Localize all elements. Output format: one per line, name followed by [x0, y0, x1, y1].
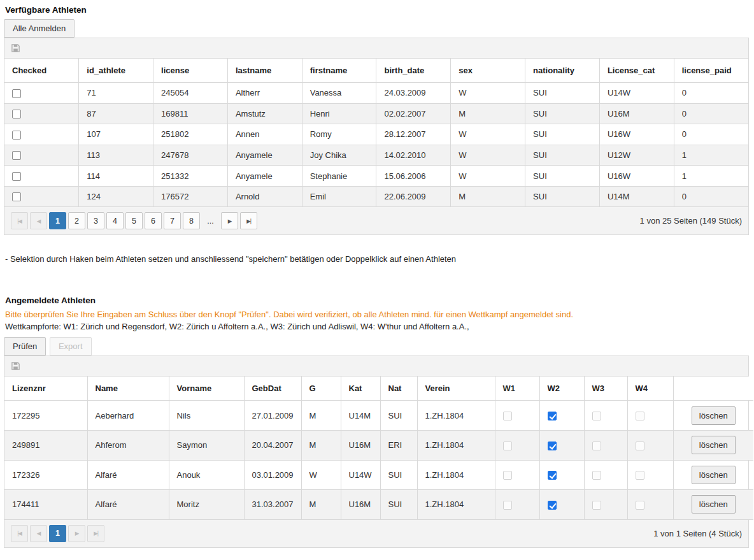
row-select-checkbox[interactable] — [12, 131, 21, 140]
w3-checkbox[interactable] — [592, 442, 601, 450]
athlete-row[interactable]: 107 251802 Annen Romy 28.12.2007 W SUI U… — [4, 124, 748, 145]
cell-sex: W — [451, 166, 525, 187]
row-select-checkbox[interactable] — [12, 151, 21, 160]
pager-page-button[interactable]: ... — [202, 212, 219, 229]
cell-nationality: SUI — [525, 166, 600, 187]
pager-prev-button[interactable]: ◀ — [30, 525, 47, 542]
registered-athlete-row[interactable]: 172295 Aeberhard Nils 27.01.2009 M U14M … — [4, 401, 753, 431]
w2-checkbox[interactable] — [548, 442, 557, 450]
w1-checkbox[interactable] — [503, 501, 512, 510]
cell-birth-date: 15.06.2006 — [376, 166, 451, 187]
cell-kat: U16M — [341, 430, 380, 460]
cell-birth-date: 24.03.2009 — [376, 83, 451, 104]
cell-sex: W — [451, 83, 525, 104]
w1-checkbox[interactable] — [503, 471, 512, 480]
cell-firstname: Romy — [302, 124, 376, 145]
registered-athlete-row[interactable]: 174411 Alfaré Moritz 31.03.2007 M U16M S… — [4, 490, 753, 520]
pager-first-button[interactable]: |◀ — [11, 525, 28, 542]
cell-vorname: Saymon — [169, 430, 244, 460]
pager-first-button[interactable]: |◀ — [11, 212, 28, 229]
available-grid-toolbar — [4, 38, 748, 59]
w3-checkbox[interactable] — [592, 501, 601, 510]
pager-page-button[interactable]: 1 — [49, 525, 66, 542]
save-button[interactable] — [11, 43, 20, 53]
column-header: Vorname — [169, 377, 244, 401]
cell-sex: W — [451, 124, 525, 145]
pager-prev-button[interactable]: ◀ — [30, 212, 47, 229]
cell-w1 — [495, 401, 539, 431]
cell-birth-date: 28.12.2007 — [376, 124, 451, 145]
w3-checkbox[interactable] — [592, 412, 601, 420]
cell-firstname: Vanessa — [302, 83, 376, 104]
row-select-checkbox[interactable] — [12, 89, 21, 98]
available-athletes-grid: Checked id_athlete license lastname firs… — [4, 38, 749, 235]
w2-checkbox[interactable] — [548, 501, 557, 510]
w3-checkbox[interactable] — [592, 471, 601, 480]
registered-athlete-row[interactable]: 249891 Ahferom Saymon 20.04.2007 M U16M … — [4, 430, 753, 460]
pager-page-button[interactable]: 1 — [49, 212, 66, 229]
w4-checkbox[interactable] — [636, 471, 644, 480]
row-select-checkbox[interactable] — [12, 192, 21, 201]
delete-button[interactable]: löschen — [692, 406, 736, 425]
row-select-checkbox[interactable] — [12, 172, 21, 181]
pager-next-button[interactable]: ▶ — [68, 525, 85, 542]
athlete-row[interactable]: 71 245054 Altherr Vanessa 24.03.2009 W S… — [4, 83, 748, 104]
cell-action: löschen — [673, 430, 753, 460]
column-header: birth_date — [376, 59, 451, 83]
cell-id-athlete: 124 — [79, 186, 153, 207]
pager-last-button[interactable]: ▶| — [240, 212, 257, 229]
cell-sex: M — [451, 103, 525, 124]
delete-button[interactable]: löschen — [692, 436, 736, 454]
w4-checkbox[interactable] — [636, 442, 644, 450]
available-athletes-title: Verfügbare Athleten — [5, 5, 749, 15]
export-button[interactable]: Export — [50, 337, 92, 355]
w1-checkbox[interactable] — [503, 412, 512, 420]
pager-page-button[interactable]: 6 — [145, 212, 162, 229]
delete-button[interactable]: löschen — [692, 495, 736, 513]
cell-verein: 1.ZH.1804 — [417, 490, 495, 520]
column-header: lastname — [227, 59, 302, 83]
row-select-checkbox[interactable] — [12, 110, 21, 118]
w4-checkbox[interactable] — [636, 412, 644, 420]
cell-id-athlete: 71 — [79, 83, 153, 104]
check-button[interactable]: Prüfen — [4, 337, 46, 355]
available-athletes-table: Checked id_athlete license lastname firs… — [4, 59, 748, 207]
pager-page-button[interactable]: 2 — [68, 212, 85, 229]
cell-id-athlete: 114 — [79, 166, 153, 187]
athlete-row[interactable]: 124 176572 Arnold Emil 22.06.2009 M SUI … — [4, 186, 748, 207]
cell-license-cat: U16W — [599, 124, 674, 145]
delete-button[interactable]: löschen — [692, 466, 736, 484]
cell-w4 — [627, 490, 673, 520]
venues-text: Wettkampforte: W1: Zürich und Regensdorf… — [5, 322, 749, 331]
cell-id-athlete: 87 — [79, 103, 153, 124]
w1-checkbox[interactable] — [503, 442, 512, 450]
pager-last-button[interactable]: ▶| — [87, 525, 104, 542]
register-all-button[interactable]: Alle Anmelden — [4, 19, 75, 38]
pager-page-button[interactable]: 7 — [164, 212, 181, 229]
w4-checkbox[interactable] — [636, 501, 644, 510]
cell-lizenznr: 172326 — [4, 460, 87, 490]
athlete-row[interactable]: 87 169811 Amstutz Henri 02.02.2007 M SUI… — [4, 103, 748, 124]
pager-page-button[interactable]: 8 — [183, 212, 200, 229]
cell-action: löschen — [673, 401, 753, 431]
cell-gebdat: 20.04.2007 — [244, 430, 301, 460]
pager-page-button[interactable]: 4 — [106, 212, 124, 229]
cell-name: Alfaré — [87, 460, 169, 490]
w2-checkbox[interactable] — [548, 471, 557, 480]
column-header — [673, 377, 753, 401]
w2-checkbox[interactable] — [548, 412, 557, 420]
pager-page-button[interactable]: 3 — [87, 212, 104, 229]
save-button[interactable] — [11, 361, 20, 371]
pager-next-button[interactable]: ▶ — [221, 212, 238, 229]
cell-license-paid: 1 — [674, 166, 748, 187]
pager-summary: 1 von 25 Seiten (149 Stück) — [640, 216, 742, 226]
pager-page-button[interactable]: 5 — [125, 212, 143, 229]
athlete-row[interactable]: 113 247678 Anyamele Joy Chika 14.02.2010… — [4, 145, 748, 166]
cell-nat: SUI — [380, 490, 417, 520]
cell-w4 — [627, 401, 673, 431]
cell-license-cat: U16W — [599, 166, 674, 187]
registered-athlete-row[interactable]: 172326 Alfaré Anouk 03.01.2009 W U14W SU… — [4, 460, 753, 490]
athlete-row[interactable]: 114 251332 Anyamele Stephanie 15.06.2006… — [4, 166, 748, 187]
column-header: W1 — [495, 377, 539, 401]
available-athletes-section: Verfügbare Athleten Alle Anmelden Checke… — [4, 5, 749, 235]
